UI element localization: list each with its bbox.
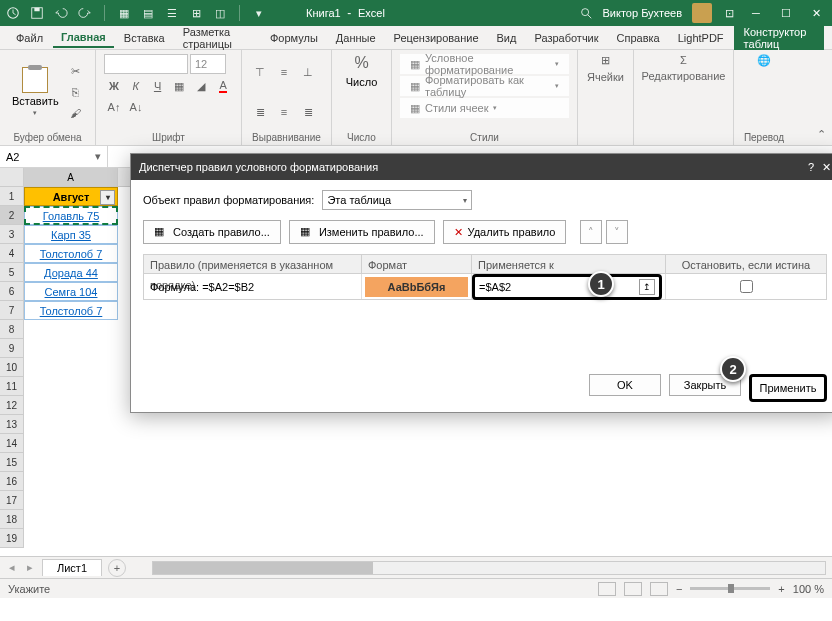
cell[interactable]: Август [24, 187, 118, 206]
collapse-ribbon-icon[interactable]: ⌃ [817, 128, 826, 141]
user-name[interactable]: Виктор Бухтеев [603, 7, 682, 19]
cell[interactable]: Толстолоб 7 [24, 244, 118, 263]
number-format-icon[interactable]: % [354, 54, 368, 72]
tab-nav-next[interactable]: ▸ [24, 561, 36, 574]
row-header[interactable]: 17 [0, 491, 24, 510]
translate-icon[interactable]: 🌐 [757, 54, 771, 67]
qat-dropdown-icon[interactable]: ▾ [252, 6, 266, 20]
rule-row[interactable]: Формула: =$A2=$B2 АаВbБбЯя ↥ [143, 274, 827, 300]
row-header[interactable]: 10 [0, 358, 24, 377]
ok-button[interactable]: OK [589, 374, 661, 396]
cell-styles-button[interactable]: ▦ Стили ячеек ▾ [400, 98, 569, 118]
row-header[interactable]: 19 [0, 529, 24, 548]
editing-button[interactable]: Редактирование [642, 70, 726, 82]
save-icon[interactable] [30, 6, 44, 20]
row-header[interactable]: 13 [0, 415, 24, 434]
align-top-button[interactable]: ⊤ [250, 63, 270, 81]
close-button[interactable]: ✕ [806, 3, 826, 23]
row-header[interactable]: 1 [0, 187, 24, 206]
qat-icon[interactable]: ◫ [213, 6, 227, 20]
apply-button[interactable]: Применить [749, 374, 827, 402]
zoom-slider[interactable] [690, 587, 770, 590]
font-size-combo[interactable]: 12 [190, 54, 226, 74]
row-header[interactable]: 9 [0, 339, 24, 358]
bold-button[interactable]: Ж [104, 77, 124, 95]
row-header[interactable]: 3 [0, 225, 24, 244]
qat-icon[interactable]: ☰ [165, 6, 179, 20]
redo-icon[interactable] [78, 6, 92, 20]
row-header[interactable]: 8 [0, 320, 24, 339]
font-color-button[interactable]: А [213, 77, 233, 95]
search-icon[interactable] [579, 6, 593, 20]
underline-button[interactable]: Ч [148, 77, 168, 95]
menu-insert[interactable]: Вставка [116, 29, 173, 47]
menu-help[interactable]: Справка [609, 29, 668, 47]
menu-file[interactable]: Файл [8, 29, 51, 47]
dialog-titlebar[interactable]: Диспетчер правил условного форматировани… [131, 154, 832, 180]
cond-format-button[interactable]: ▦ Условное форматирование ▾ [400, 54, 569, 74]
qat-icon[interactable]: ▤ [141, 6, 155, 20]
row-header[interactable]: 15 [0, 453, 24, 472]
row-header[interactable]: 4 [0, 244, 24, 263]
align-mid-button[interactable]: ≡ [274, 63, 294, 81]
row-header[interactable]: 14 [0, 434, 24, 453]
tab-nav-prev[interactable]: ◂ [6, 561, 18, 574]
move-down-button[interactable]: ˅ [606, 220, 628, 244]
zoom-in-button[interactable]: + [778, 583, 784, 595]
maximize-button[interactable]: ☐ [776, 3, 796, 23]
menu-data[interactable]: Данные [328, 29, 384, 47]
close-icon[interactable]: ✕ [822, 161, 831, 174]
cell[interactable]: Голавль 75 [24, 206, 118, 225]
ribbon-opts-icon[interactable]: ⊡ [722, 6, 736, 20]
page-break-button[interactable] [650, 582, 668, 596]
format-painter-icon[interactable]: 🖌 [67, 104, 85, 122]
normal-view-button[interactable] [598, 582, 616, 596]
row-header[interactable]: 7 [0, 301, 24, 320]
stop-if-true-checkbox[interactable] [740, 280, 753, 293]
italic-button[interactable]: К [126, 77, 146, 95]
cell[interactable]: Дорада 44 [24, 263, 118, 282]
scope-select[interactable]: Эта таблица [322, 190, 472, 210]
align-left-button[interactable]: ≣ [250, 103, 270, 121]
autosave-icon[interactable] [6, 6, 20, 20]
menu-formulas[interactable]: Формулы [262, 29, 326, 47]
qat-icon[interactable]: ▦ [117, 6, 131, 20]
help-icon[interactable]: ? [808, 161, 814, 174]
grow-font-button[interactable]: А↑ [104, 98, 124, 116]
zoom-level[interactable]: 100 % [793, 583, 824, 595]
col-header-a[interactable]: A [24, 168, 118, 187]
select-all-corner[interactable] [0, 168, 24, 187]
row-header[interactable]: 12 [0, 396, 24, 415]
fill-color-button[interactable]: ◢ [191, 77, 211, 95]
row-header[interactable]: 16 [0, 472, 24, 491]
align-center-button[interactable]: ≡ [274, 103, 294, 121]
menu-view[interactable]: Вид [489, 29, 525, 47]
sheet-tab[interactable]: Лист1 [42, 559, 102, 576]
format-table-button[interactable]: ▦ Форматировать как таблицу ▾ [400, 76, 569, 96]
cells-button[interactable]: Ячейки [587, 71, 624, 83]
avatar[interactable] [692, 3, 712, 23]
edit-rule-button[interactable]: ▦Изменить правило... [289, 220, 435, 244]
row-header[interactable]: 6 [0, 282, 24, 301]
row-header[interactable]: 11 [0, 377, 24, 396]
menu-table-design[interactable]: Конструктор таблиц [734, 23, 824, 53]
page-layout-button[interactable] [624, 582, 642, 596]
minimize-button[interactable]: ─ [746, 3, 766, 23]
zoom-out-button[interactable]: − [676, 583, 682, 595]
menu-review[interactable]: Рецензирование [386, 29, 487, 47]
move-up-button[interactable]: ˄ [580, 220, 602, 244]
border-button[interactable]: ▦ [169, 77, 189, 95]
row-header[interactable]: 5 [0, 263, 24, 282]
editing-icon[interactable]: Σ [680, 54, 687, 66]
cell[interactable]: Толстолоб 7 [24, 301, 118, 320]
align-right-button[interactable]: ≣ [298, 103, 318, 121]
add-sheet-button[interactable]: + [108, 559, 126, 577]
new-rule-button[interactable]: ▦Создать правило... [143, 220, 281, 244]
undo-icon[interactable] [54, 6, 68, 20]
font-name-combo[interactable] [104, 54, 188, 74]
number-button[interactable]: Число [346, 76, 378, 88]
row-header[interactable]: 2 [0, 206, 24, 225]
row-header[interactable]: 18 [0, 510, 24, 529]
cell[interactable]: Семга 104 [24, 282, 118, 301]
horizontal-scrollbar[interactable] [152, 561, 826, 575]
